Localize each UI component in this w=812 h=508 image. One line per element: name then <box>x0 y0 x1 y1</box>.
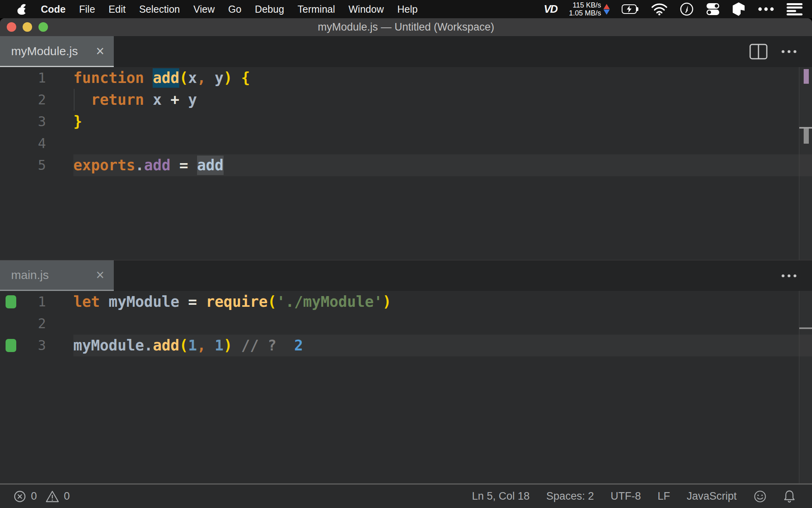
code-line[interactable]: 1let myModule = require('./myModule') <box>0 291 812 313</box>
menu-item-file[interactable]: File <box>73 0 102 18</box>
close-tab-icon[interactable]: × <box>96 44 104 58</box>
tab-mymodule-js[interactable]: myModule.js × <box>0 36 114 67</box>
glyph-margin <box>0 291 20 313</box>
glyph-margin <box>0 89 20 111</box>
code-token: = <box>188 292 197 312</box>
code-token <box>170 156 179 175</box>
code-token <box>232 68 241 88</box>
encoding-setting[interactable]: UTF-8 <box>611 490 641 502</box>
tab-label: myModule.js <box>11 44 96 58</box>
code-token: add <box>153 68 179 88</box>
indentation-setting[interactable]: Spaces: 2 <box>546 490 594 502</box>
code-token: ) <box>383 292 391 312</box>
list-menu-icon[interactable] <box>787 3 802 15</box>
line-number: 4 <box>20 133 46 154</box>
menu-item-edit[interactable]: Edit <box>102 0 132 18</box>
vd-app-icon[interactable]: VD <box>544 3 557 15</box>
tab-bar-group-1: myModule.js × <box>0 36 812 67</box>
code-line[interactable]: 3} <box>0 111 812 133</box>
code-token: './myModule' <box>276 292 382 312</box>
code-token: 1 <box>188 336 197 355</box>
cube-app-icon[interactable] <box>732 2 745 16</box>
code-content <box>73 133 812 154</box>
code-line[interactable]: 2 <box>0 313 812 335</box>
code-line[interactable]: 1function add(x, y) { <box>0 67 812 89</box>
overview-ruler-2[interactable] <box>799 291 812 483</box>
menu-item-view[interactable]: View <box>187 0 222 18</box>
cursor-position[interactable]: Ln 5, Col 18 <box>472 490 530 502</box>
code-token: 1 <box>214 336 223 355</box>
glyph-margin <box>0 313 20 335</box>
code-content: myModule.add(1, 1) // ? 2 <box>73 335 812 356</box>
battery-charging-icon[interactable] <box>622 4 639 14</box>
code-token: 2 <box>294 336 303 355</box>
tab-main-js[interactable]: main.js × <box>0 260 114 291</box>
ellipsis-menu-icon[interactable] <box>757 7 775 12</box>
network-download-speed: 1.05 MB/s <box>569 9 601 17</box>
vscode-window: myModule.js — Untitled (Workspace) myMod… <box>0 18 812 508</box>
glyph-margin <box>0 335 20 356</box>
code-content: function add(x, y) { <box>73 67 812 89</box>
editor-main-js[interactable]: 1let myModule = require('./myModule')23m… <box>0 291 812 483</box>
glyph-margin <box>0 67 20 89</box>
code-content: exports.add = add <box>73 154 812 176</box>
code-token: . <box>135 156 144 175</box>
menu-item-window[interactable]: Window <box>342 0 391 18</box>
eol-setting[interactable]: LF <box>657 490 670 502</box>
error-count: 0 <box>31 490 37 502</box>
editor-mymodule-js[interactable]: 1function add(x, y) {2 return x + y3}45e… <box>0 67 812 260</box>
menu-item-debug[interactable]: Debug <box>248 0 291 18</box>
problems-indicator[interactable]: 0 0 <box>0 490 70 503</box>
window-titlebar[interactable]: myModule.js — Untitled (Workspace) <box>0 18 812 36</box>
language-mode[interactable]: JavaScript <box>687 490 737 502</box>
warning-count: 0 <box>64 490 70 502</box>
code-line[interactable]: 2 return x + y <box>0 89 812 111</box>
glyph-margin <box>0 154 20 176</box>
code-line[interactable]: 3myModule.add(1, 1) // ? 2 <box>0 335 812 356</box>
upload-arrow-icon <box>603 4 610 9</box>
menu-item-terminal[interactable]: Terminal <box>291 0 342 18</box>
status-bar: 0 0 Ln 5, Col 18 Spaces: 2 UTF-8 LF Java… <box>0 483 812 508</box>
minimize-window-button[interactable] <box>23 22 32 32</box>
zoom-window-button[interactable] <box>38 22 48 32</box>
menu-item-help[interactable]: Help <box>391 0 424 18</box>
glyph-margin <box>0 133 20 154</box>
menu-item-go[interactable]: Go <box>222 0 248 18</box>
code-token: require <box>206 292 268 312</box>
split-editor-icon[interactable] <box>749 44 768 60</box>
apple-menu-icon[interactable] <box>17 4 27 15</box>
code-token: { <box>241 68 250 88</box>
code-token: add <box>144 156 170 175</box>
line-number: 3 <box>20 335 46 356</box>
network-speed-indicator[interactable]: 115 KB/s 1.05 MB/s <box>569 1 610 17</box>
code-token: add <box>153 336 179 355</box>
compass-icon[interactable] <box>680 2 694 16</box>
code-line[interactable]: 4 <box>0 133 812 154</box>
more-actions-icon[interactable] <box>781 274 797 278</box>
menu-item-selection[interactable]: Selection <box>132 0 187 18</box>
line-number: 5 <box>20 154 46 176</box>
warning-icon <box>46 490 59 503</box>
macos-menu-bar: CodeFileEditSelectionViewGoDebugTerminal… <box>0 0 812 18</box>
notifications-bell-icon[interactable] <box>783 490 795 503</box>
close-tab-icon[interactable]: × <box>96 268 104 282</box>
code-token: function <box>73 68 153 88</box>
code-token: ( <box>179 336 188 355</box>
code-token: exports <box>73 156 135 175</box>
code-token: y <box>214 68 223 88</box>
close-window-button[interactable] <box>7 22 16 32</box>
wifi-icon[interactable] <box>651 3 668 15</box>
code-token: x <box>188 68 197 88</box>
menu-item-code[interactable]: Code <box>34 0 73 18</box>
line-number: 1 <box>20 291 46 313</box>
toggles-icon[interactable] <box>706 2 720 16</box>
feedback-smiley-icon[interactable] <box>753 490 767 503</box>
tab-bar-group-2: main.js × <box>0 260 812 291</box>
cursor-line-marker <box>799 327 812 329</box>
code-token: , <box>197 336 206 355</box>
more-actions-icon[interactable] <box>781 50 797 54</box>
code-line[interactable]: 5exports.add = add <box>0 154 812 176</box>
coverage-indicator <box>6 295 16 308</box>
line-number: 1 <box>20 67 46 89</box>
overview-ruler-1[interactable] <box>799 67 812 260</box>
